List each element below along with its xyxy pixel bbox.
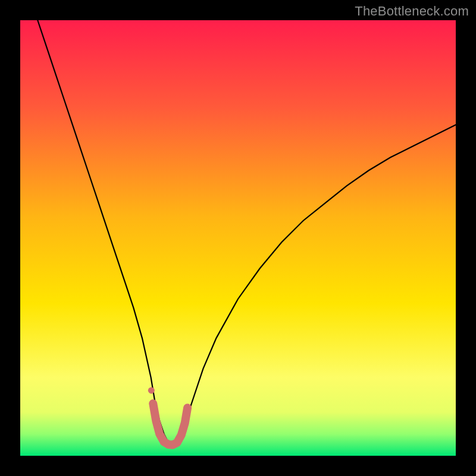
bottleneck-curve <box>37 20 456 445</box>
chart-svg <box>20 20 456 456</box>
bottom-worm-path <box>153 403 187 445</box>
bottom-worm-start-dot <box>148 387 155 394</box>
watermark-text: TheBottleneck.com <box>355 4 469 19</box>
chart-frame: TheBottleneck.com <box>0 0 476 476</box>
